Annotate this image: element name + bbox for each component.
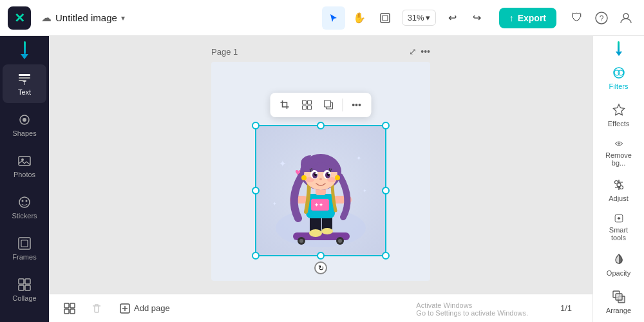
- document-title: Untitled image: [55, 12, 117, 23]
- right-tool-smart[interactable]: Smart tools: [596, 209, 642, 245]
- svg-rect-23: [308, 100, 312, 104]
- svg-rect-24: [303, 106, 307, 109]
- select-tool-btn[interactable]: [322, 6, 345, 30]
- svg-text:T: T: [23, 80, 26, 86]
- smart-label: Smart tools: [609, 226, 628, 242]
- svg-rect-69: [64, 309, 69, 314]
- svg-text:?: ?: [600, 14, 604, 23]
- page-label-row: Page 1 ⤢ •••: [211, 46, 430, 57]
- sidebar-item-photos[interactable]: Photos: [3, 147, 46, 185]
- sidebar-item-frames[interactable]: Frames: [3, 229, 46, 268]
- svg-text:✦: ✦: [279, 158, 287, 169]
- more-tool-btn[interactable]: •••: [347, 95, 366, 115]
- handle-tl[interactable]: [252, 122, 260, 129]
- logo-icon: ✕: [14, 10, 25, 26]
- page-icons: ⤢ •••: [409, 46, 430, 57]
- right-tool-filters[interactable]: Filters: [596, 60, 642, 96]
- zoom-value: 31%: [408, 13, 424, 23]
- handle-bc[interactable]: [317, 252, 325, 260]
- svg-rect-70: [70, 309, 75, 314]
- sidebar-item-stickers[interactable]: Stickers: [3, 188, 46, 227]
- redo-btn[interactable]: ↪: [466, 6, 489, 30]
- frame-tool-btn[interactable]: [374, 6, 397, 30]
- right-tool-arrange[interactable]: Arrange: [596, 284, 642, 320]
- bottom-template-btn[interactable]: [59, 298, 80, 319]
- float-toolbar: •••: [270, 93, 372, 117]
- handle-tr[interactable]: [382, 122, 390, 129]
- svg-point-39: [338, 239, 342, 243]
- profile-btn[interactable]: [616, 8, 636, 28]
- shield-btn[interactable]: 🛡: [567, 8, 587, 28]
- svg-point-42: [309, 229, 322, 237]
- selected-image-container[interactable]: ✦ ✦ ✦ ✦ ♥ ♥: [256, 126, 385, 255]
- svg-point-13: [19, 197, 30, 207]
- effects-label: Effects: [608, 120, 629, 128]
- sidebar-item-shapes-label: Shapes: [12, 129, 36, 137]
- export-button[interactable]: ↑ Export: [499, 8, 556, 28]
- svg-point-10: [23, 118, 26, 122]
- handle-ml[interactable]: [252, 187, 260, 194]
- svg-point-62: [305, 177, 314, 182]
- page-counter: 1/1: [560, 303, 572, 313]
- right-tool-adjust[interactable]: Adjust: [596, 172, 642, 208]
- bottom-delete-btn[interactable]: [86, 298, 107, 319]
- handle-br[interactable]: [382, 252, 390, 260]
- help-btn[interactable]: ?: [591, 8, 612, 28]
- undo-btn[interactable]: ↩: [441, 6, 464, 30]
- right-tool-remove-bg[interactable]: Remove bg...: [596, 135, 642, 171]
- chibi-character: ✦ ✦ ✦ ✦ ♥ ♥: [260, 128, 382, 254]
- watermark-text: Activate WindowsGo to Settings to activa…: [416, 301, 528, 317]
- toolbar-divider: [343, 99, 343, 111]
- page-resize-btn[interactable]: ⤢: [409, 46, 417, 57]
- handle-tc[interactable]: [317, 122, 325, 129]
- svg-point-74: [618, 70, 623, 75]
- sidebar-item-text[interactable]: T Text: [3, 64, 46, 103]
- svg-rect-0: [381, 14, 390, 23]
- arrange-label: Arrange: [606, 307, 631, 314]
- sidebar-item-frames-label: Frames: [12, 253, 36, 261]
- svg-point-4: [623, 14, 629, 19]
- rotate-handle[interactable]: ↻: [314, 261, 327, 274]
- export-icon: ↑: [509, 13, 514, 23]
- canvas-area: Page 1 ⤢ •••: [49, 36, 592, 294]
- right-tool-opacity[interactable]: Opacity: [596, 247, 642, 283]
- sidebar-item-text-label: Text: [18, 88, 31, 96]
- hand-tool-btn[interactable]: ✋: [348, 6, 371, 30]
- remove-bg-label: Remove bg...: [605, 151, 632, 167]
- svg-text:✦✦: ✦✦: [314, 202, 323, 208]
- svg-point-78: [614, 181, 618, 184]
- title-section: ☁ Untitled image ▾: [41, 12, 125, 24]
- right-tool-effects[interactable]: Effects: [596, 97, 642, 133]
- svg-point-12: [21, 158, 24, 161]
- canvas-frame: ••• ✦ ✦ ✦ ✦: [211, 62, 430, 281]
- add-page-label: Add page: [134, 303, 170, 313]
- page-more-btn[interactable]: •••: [421, 46, 430, 57]
- undo-redo-group: ↩ ↪: [441, 6, 489, 30]
- svg-rect-22: [303, 100, 307, 104]
- svg-point-15: [26, 200, 28, 202]
- zoom-control[interactable]: 31% ▾: [402, 10, 436, 26]
- bottom-bar: Add page Activate WindowsGo to Settings …: [49, 294, 592, 322]
- svg-point-66: [335, 175, 340, 180]
- sidebar-item-collage[interactable]: Collage: [3, 270, 46, 309]
- crop-tool-btn[interactable]: [276, 95, 295, 115]
- sidebar-item-shapes[interactable]: Shapes: [3, 106, 46, 144]
- handle-bl[interactable]: [252, 252, 260, 260]
- svg-rect-21: [25, 285, 30, 290]
- handle-mr[interactable]: [382, 187, 390, 194]
- topbar-right-icons: 🛡 ?: [567, 8, 636, 28]
- left-sidebar: T Text Shapes Photos: [0, 36, 49, 322]
- svg-rect-1: [383, 15, 388, 21]
- export-label: Export: [518, 13, 546, 23]
- right-sidebar: Filters Effects Remove bg...: [592, 36, 644, 322]
- layout-tool-btn[interactable]: [298, 95, 317, 115]
- svg-rect-17: [21, 240, 28, 247]
- title-chevron[interactable]: ▾: [121, 14, 125, 23]
- add-page-btn[interactable]: Add page: [113, 299, 176, 317]
- opacity-label: Opacity: [607, 269, 630, 277]
- svg-rect-68: [70, 303, 75, 308]
- svg-point-61: [328, 172, 330, 174]
- zoom-dropdown-icon: ▾: [426, 13, 430, 23]
- duplicate-tool-btn[interactable]: [319, 95, 339, 115]
- svg-rect-85: [616, 294, 622, 300]
